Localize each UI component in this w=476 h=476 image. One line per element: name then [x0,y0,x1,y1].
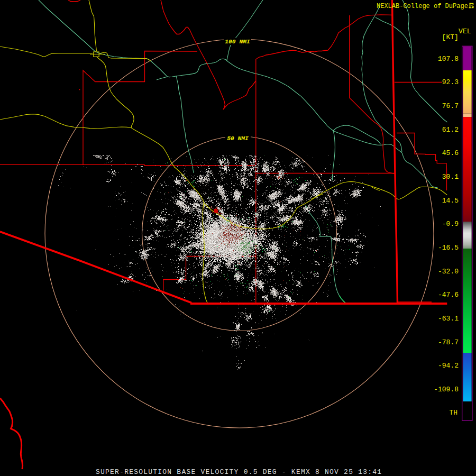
svg-text:-109.8: -109.8 [434,386,459,393]
svg-text:TH: TH [449,409,457,417]
svg-text:-32.0: -32.0 [438,268,459,276]
svg-text:NEXLAB-College of DuPage: NEXLAB-College of DuPage [377,3,468,10]
svg-text:45.6: 45.6 [442,149,459,157]
svg-text:SUPER-RESOLUTION BASE VELOCITY: SUPER-RESOLUTION BASE VELOCITY 0.5 DEG -… [96,468,382,476]
svg-text:50 NMI: 50 NMI [227,135,249,142]
svg-text:VEL: VEL [459,28,471,35]
svg-text:92.3: 92.3 [442,78,459,86]
svg-text:[KT]: [KT] [442,33,459,41]
svg-text:-47.6: -47.6 [438,291,459,299]
svg-text:-63.1: -63.1 [438,315,459,323]
svg-text:61.2: 61.2 [442,126,459,134]
svg-text:30.1: 30.1 [442,173,459,181]
svg-text:107.8: 107.8 [438,55,459,63]
svg-text:100 NMI: 100 NMI [225,39,250,45]
svg-text:-78.7: -78.7 [438,338,459,346]
svg-text:76.7: 76.7 [442,102,459,110]
svg-text:14.5: 14.5 [442,197,459,205]
svg-text:-0.9: -0.9 [442,220,459,228]
svg-text:-94.2: -94.2 [438,362,459,370]
svg-text:-16.5: -16.5 [438,244,459,252]
